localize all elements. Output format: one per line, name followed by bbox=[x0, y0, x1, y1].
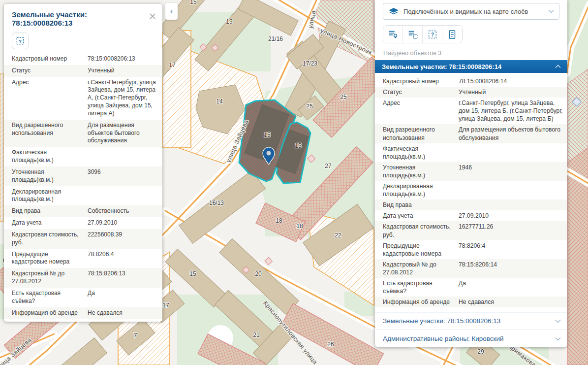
result-item-header-expanded[interactable]: Земельные участки: 78:15:0008206:14 bbox=[375, 60, 567, 73]
attribute-value: 22256008.39 bbox=[88, 231, 157, 247]
close-icon[interactable] bbox=[149, 11, 156, 22]
building-label: 15 bbox=[264, 132, 271, 138]
attribute-row: Информация об арендеНе сдавался bbox=[375, 297, 567, 307]
search-by-extent-button[interactable] bbox=[403, 26, 423, 43]
identify-extent-button[interactable]: ? bbox=[423, 26, 442, 43]
attribute-row: Кадастровая стоимость, руб.16277711.26 bbox=[375, 221, 567, 240]
attribute-value: Учтенный bbox=[459, 88, 563, 96]
chevron-left-icon: ‹ bbox=[170, 6, 173, 16]
attribute-value bbox=[459, 182, 563, 198]
attribute-label: Информация об аренде bbox=[383, 298, 459, 306]
result-item-title: Земельные участки: 78:15:0008206:13 bbox=[383, 317, 500, 325]
building-label: 15 bbox=[189, 270, 196, 277]
attribute-row: Дата учета27.09.2010 bbox=[375, 210, 567, 221]
attribute-value bbox=[88, 188, 157, 204]
attribute-value: 78:8206:4 bbox=[88, 251, 157, 266]
attribute-value: Да bbox=[88, 290, 157, 305]
attribute-row: Кадастровый номер78:15:0008206:13 bbox=[4, 53, 162, 65]
attribute-label: Кадастровый № до 27.08.2012 bbox=[383, 261, 459, 276]
attribute-label: Уточненная площадь(кв.м.) bbox=[12, 168, 88, 184]
attribute-label: Кадастровая стоимость, руб. bbox=[383, 223, 459, 238]
building-label: 29 bbox=[477, 348, 484, 355]
building-label: 7 bbox=[134, 332, 137, 339]
search-by-point-button[interactable] bbox=[383, 26, 403, 43]
result-item-header-collapsed[interactable]: Административные районы: Кировский bbox=[375, 330, 567, 347]
attribute-value bbox=[88, 149, 157, 165]
attribute-value: 27.09.2010 bbox=[88, 219, 157, 227]
attribute-row: Фактическая площадь(кв.м.) bbox=[4, 147, 162, 166]
attribute-row: Есть кадастровая съёмка?Да bbox=[4, 288, 162, 307]
attribute-label: Предыдущие кадастровые номера bbox=[12, 251, 88, 266]
attribute-value: Не сдавался bbox=[459, 298, 563, 306]
attribute-label: Вид разрешенного использования bbox=[12, 122, 88, 145]
chevron-down-icon bbox=[548, 9, 554, 13]
attribute-label: Дата учета bbox=[12, 219, 88, 227]
attribute-label: Дата учета bbox=[383, 212, 459, 220]
attribute-label: Кадастровый № до 27.08.2012 bbox=[12, 270, 88, 286]
result-item-header-collapsed[interactable]: Земельные участки: 78:15:0008206:13 bbox=[375, 312, 567, 330]
panel-header: Земельные участки: 78:15:0008206:13 bbox=[4, 4, 162, 29]
building-label: 19 bbox=[226, 18, 233, 25]
result-item-title: Земельные участки: 78:15:0008206:14 bbox=[382, 63, 501, 70]
attribute-value bbox=[459, 145, 563, 161]
svg-text:?: ? bbox=[431, 32, 433, 37]
layer-filter-value: Подключённых и видимых на карте слоёв bbox=[403, 8, 544, 15]
attribute-row: Адресг.Санкт-Петербург, улица Зайцева, д… bbox=[375, 98, 567, 124]
attribute-value: 78:8206:4 bbox=[459, 242, 563, 258]
extent-question-icon: ? bbox=[427, 29, 438, 40]
attribute-label: Кадастровый номер bbox=[383, 77, 459, 85]
attribute-row: Уточненная площадь(кв.м.)1946 bbox=[375, 162, 567, 181]
building-label: 21 bbox=[253, 332, 260, 338]
attribute-label: Статус bbox=[12, 67, 88, 75]
list-extent-icon bbox=[407, 29, 418, 40]
building-label: 25 bbox=[340, 94, 347, 100]
result-item-title: Административные районы: Кировский bbox=[383, 335, 504, 342]
app-window: улицаулица Новостроекулица Зайцеваулица … bbox=[0, 0, 588, 365]
attribute-value: 78:15:0008206:14 bbox=[459, 77, 563, 85]
attribute-label: Предыдущие кадастровые номера bbox=[383, 242, 459, 258]
attribute-label: Кадастровая стоимость, руб. bbox=[12, 231, 88, 247]
results-list-button[interactable] bbox=[442, 26, 462, 43]
attribute-value: Не сдавался bbox=[88, 309, 157, 317]
attribute-value: 78:15:0008206:13 bbox=[88, 55, 157, 63]
attribute-row: Декларированная площадь(кв.м.) bbox=[375, 181, 567, 199]
chevron-down-icon bbox=[555, 337, 561, 341]
building-label: 21/16 bbox=[268, 35, 283, 42]
attribute-label: Адрес bbox=[12, 79, 88, 118]
building-label: 18 bbox=[276, 217, 282, 224]
collapse-panel-button[interactable]: ‹ bbox=[165, 3, 178, 20]
attribute-row: Информация об арендеНе сдавался bbox=[4, 307, 162, 319]
attribute-label: Информация об аренде bbox=[12, 309, 88, 317]
building-label: 22 bbox=[335, 232, 341, 239]
attribute-label: Вид права bbox=[383, 201, 459, 209]
attribute-label: Есть кадастровая съёмка? bbox=[12, 290, 88, 305]
layer-filter-select[interactable]: Подключённых и видимых на карте слоёв bbox=[383, 3, 559, 20]
extent-question-icon: ? bbox=[15, 36, 25, 46]
panel-title: Земельные участки: 78:15:0008206:13 bbox=[12, 10, 149, 27]
building-label: 16/13 bbox=[209, 199, 224, 206]
building-label: 17/23 bbox=[303, 60, 317, 67]
attribute-label: Уточненная площадь(кв.м.) bbox=[383, 164, 459, 179]
building-label: 17 bbox=[169, 62, 176, 68]
attribute-value: 1946 bbox=[459, 164, 563, 179]
building-label: 17 bbox=[162, 302, 169, 309]
attribute-value: Для размещения объектов бытового обслужи… bbox=[459, 126, 563, 141]
attribute-value: г.Санкт-Петербург, улица Зайцева, дом 15… bbox=[88, 79, 157, 118]
attribute-value: Да bbox=[459, 279, 563, 295]
parcel-info-panel: Земельные участки: 78:15:0008206:13 ? Ка… bbox=[4, 4, 162, 322]
search-results-panel: Подключённых и видимых на карте слоёв bbox=[375, 0, 567, 347]
attribute-label: Кадастровый номер bbox=[12, 55, 88, 63]
attribute-row: Предыдущие кадастровые номера78:8206:4 bbox=[4, 249, 162, 268]
list-pin-icon bbox=[388, 29, 399, 40]
document-icon bbox=[447, 29, 458, 40]
attribute-row: Кадастровый № до 27.08.201278:15:8206:13 bbox=[4, 268, 162, 288]
attribute-label: Декларированная площадь(кв.м.) bbox=[12, 188, 88, 204]
attribute-value: 27.09.2010 bbox=[459, 212, 563, 220]
show-extent-button[interactable]: ? bbox=[12, 33, 29, 49]
attribute-row: СтатусУчтенный bbox=[375, 87, 567, 98]
building-label: 15 bbox=[295, 142, 302, 149]
attribute-row: Адресг.Санкт-Петербург, улица Зайцева, д… bbox=[4, 77, 162, 120]
attribute-row: Фактическая площадь(кв.м.) bbox=[375, 143, 567, 162]
attribute-row: Дата учета27.09.2010 bbox=[4, 217, 162, 229]
attribute-row: Есть кадастровая съёмка?Да bbox=[375, 278, 567, 297]
